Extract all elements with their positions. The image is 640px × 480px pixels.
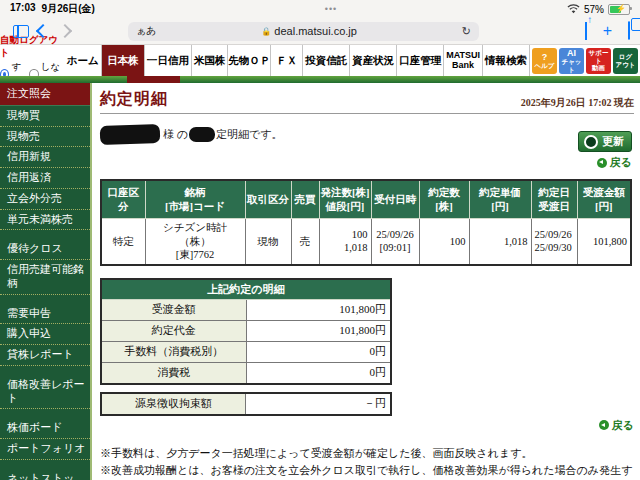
browser-toolbar: ぁあ 🔒 deal.matsui.co.jp ↻ + bbox=[0, 18, 640, 45]
multitask-dots: ••• bbox=[325, 4, 337, 14]
col-account-type: 口座区分 bbox=[101, 180, 145, 219]
cell-accepted-at: 25/09/26[09:01] bbox=[371, 219, 419, 265]
clock: 17:03 bbox=[10, 2, 36, 16]
sidebar-item-margin-repay[interactable]: 信用返済 bbox=[0, 168, 90, 189]
refresh-icon bbox=[584, 135, 598, 149]
cell-order-qty-price: 1001,018 bbox=[319, 219, 371, 265]
col-accepted-at: 受付日時 bbox=[371, 180, 419, 219]
owner-line-end: 定明細です。 bbox=[216, 127, 283, 142]
tab-asset-status[interactable]: 資産状況 bbox=[350, 45, 397, 76]
support-video-button[interactable]: サポート動画 bbox=[586, 48, 611, 74]
detail-label: 受渡金額 bbox=[101, 299, 246, 320]
battery-icon: ⚡ bbox=[608, 4, 630, 15]
execution-table: 口座区分 銘柄[市場]コード 取引区分 売買 発注数[株]値段[円] 受付日時 … bbox=[100, 179, 632, 266]
sidebar-item-margin-new[interactable]: 信用新規 bbox=[0, 147, 90, 168]
footnote-improvement: ※改善成功報酬とは、お客様の注文を立会外クロス取引で執行し、価格改善効果が得られ… bbox=[100, 462, 634, 480]
sidebar-item-short-sellable[interactable]: 信用売建可能銘柄 bbox=[0, 260, 90, 295]
tabs-icon[interactable] bbox=[628, 22, 630, 40]
table-row: 消費税 0円 bbox=[101, 362, 391, 384]
tab-futures-op[interactable]: 先物ＯＰ bbox=[228, 45, 271, 76]
tab-fx[interactable]: ＦＸ bbox=[271, 45, 303, 76]
sidebar-item-purchase-apply[interactable]: 購入申込 bbox=[0, 324, 90, 345]
withholding-value: －円 bbox=[246, 393, 392, 415]
table-row: 受渡金額 101,800円 bbox=[101, 299, 391, 320]
tab-japan-stocks[interactable]: 日本株 bbox=[102, 45, 145, 76]
ai-chat-button[interactable]: AIチャット bbox=[559, 48, 584, 74]
sidebar-item-portfolio[interactable]: ポートフォリオ bbox=[0, 439, 90, 460]
footnotes: ※手数料は、夕方データ一括処理によって受渡金額が確定した後、画面反映されます。 … bbox=[100, 445, 634, 480]
tab-account-mgmt[interactable]: 口座管理 bbox=[397, 45, 444, 76]
table-row: 特定 シチズン時計（株）[東]7762 現物 売 1001,018 25/09/… bbox=[101, 219, 631, 265]
logout-button[interactable]: ログアウト bbox=[613, 48, 638, 74]
sidebar-item-offhours-sale[interactable]: 立会外分売 bbox=[0, 189, 90, 210]
cell-issue: シチズン時計（株）[東]7762 bbox=[145, 219, 245, 265]
sidebar-item-order-inquiry[interactable]: 注文照会 bbox=[0, 83, 90, 106]
table-header-row: 口座区分 銘柄[市場]コード 取引区分 売買 発注数[株]値段[円] 受付日時 … bbox=[101, 180, 631, 219]
detail-value: 101,800円 bbox=[246, 299, 391, 320]
sidebar-item-yutai-cross[interactable]: 優待クロス bbox=[0, 239, 90, 260]
url-text: deal.matsui.co.jp bbox=[274, 25, 357, 37]
tab-us-stocks[interactable]: 米国株 bbox=[192, 45, 229, 76]
sidebar-item-cash-buy[interactable]: 現物買 bbox=[0, 106, 90, 127]
owner-line: 様 の 定明細です。 bbox=[100, 123, 634, 145]
detail-table-title: 上記約定の明細 bbox=[101, 279, 391, 300]
owner-line-mid: 様 の bbox=[163, 127, 188, 142]
screen: 17:03 9月26日(金) ••• 57% ⚡ ぁあ 🔒 deal.matsu… bbox=[0, 0, 640, 480]
col-trade-type: 取引区分 bbox=[245, 180, 291, 219]
sidebar-item-demand-declaration[interactable]: 需要申告 bbox=[0, 304, 90, 325]
lock-icon: 🔒 bbox=[261, 27, 271, 36]
col-executed-qty: 約定数[株] bbox=[419, 180, 469, 219]
address-bar[interactable]: ぁあ 🔒 deal.matsui.co.jp ↻ bbox=[128, 22, 479, 41]
sidebar: 注文照会 現物買 現物売 信用新規 信用返済 立会外分売 単元未満株売 優待クロ… bbox=[0, 83, 92, 480]
cell-account-type: 特定 bbox=[101, 219, 145, 265]
main-content: 約定明細 2025年9月26日 17:02 現在 様 の 定明細です。 更新 戻… bbox=[92, 83, 640, 480]
sidebar-item-stock-board[interactable]: 株価ボード bbox=[0, 418, 90, 439]
col-issue: 銘柄[市場]コード bbox=[145, 180, 245, 219]
back-link-bottom[interactable]: 戻る bbox=[100, 418, 634, 433]
redaction-mark bbox=[189, 127, 215, 142]
cell-exec-settle-date: 25/09/2625/09/30 bbox=[531, 219, 577, 265]
sidebar-item-netstock-highspeed[interactable]: ネットストック・ハイスピード bbox=[0, 469, 90, 480]
execution-detail-table: 上記約定の明細 受渡金額 101,800円 約定代金 101,800円 手数料（… bbox=[100, 278, 392, 385]
footnote-fee: ※手数料は、夕方データ一括処理によって受渡金額が確定した後、画面反映されます。 bbox=[100, 445, 634, 462]
col-order-qty-price: 発注数[株]値段[円] bbox=[319, 180, 371, 219]
sidebar-item-price-improvement-report[interactable]: 価格改善レポート bbox=[0, 375, 90, 410]
tab-mutual-funds[interactable]: 投資信託 bbox=[303, 45, 350, 76]
cell-executed-qty: 100 bbox=[419, 219, 469, 265]
detail-value: 0円 bbox=[246, 341, 391, 362]
cell-settlement-amount: 101,800 bbox=[577, 219, 631, 265]
back-arrow-icon bbox=[597, 158, 607, 168]
col-buy-sell: 売買 bbox=[291, 180, 319, 219]
help-button[interactable]: ?ヘルプ bbox=[532, 48, 557, 74]
share-icon[interactable] bbox=[585, 22, 587, 40]
tab-day-margin[interactable]: 一日信用 bbox=[145, 45, 192, 76]
sidebar-item-odd-lot-sell[interactable]: 単元未満株売 bbox=[0, 210, 90, 231]
reader-options-button[interactable]: ぁあ bbox=[136, 24, 156, 38]
new-tab-icon[interactable]: + bbox=[603, 23, 612, 39]
tab-info-search[interactable]: 情報検索 bbox=[483, 45, 530, 76]
page-title: 約定明細 bbox=[100, 89, 168, 110]
back-arrow-icon bbox=[599, 420, 609, 430]
cell-trade-type: 現物 bbox=[245, 219, 291, 265]
table-row: 手数料（消費税別） 0円 bbox=[101, 341, 391, 362]
site-nav: 自動ログアウト する しない ホーム 日本株 一日信用 米国株 先物ＯＰ ＦＸ … bbox=[0, 45, 640, 76]
detail-label: 消費税 bbox=[101, 362, 246, 384]
redaction-mark bbox=[100, 123, 161, 144]
active-tab-marker bbox=[127, 76, 180, 83]
cell-buy-sell: 売 bbox=[291, 219, 319, 265]
tab-matsui-bank[interactable]: MATSUIBank bbox=[444, 45, 483, 76]
back-link-top[interactable]: 戻る bbox=[597, 155, 632, 170]
auto-logout-control: 自動ログアウト する しない bbox=[0, 45, 65, 76]
sidebar-item-stock-lending-report[interactable]: 貸株レポート bbox=[0, 345, 90, 366]
as-of-timestamp: 2025年9月26日 17:02 現在 bbox=[521, 96, 634, 110]
status-date: 9月26日(金) bbox=[42, 2, 95, 16]
reload-icon[interactable]: ↻ bbox=[462, 25, 471, 38]
withholding-label: 源泉徴収拘束額 bbox=[101, 393, 246, 415]
update-button[interactable]: 更新 bbox=[578, 131, 632, 152]
detail-label: 約定代金 bbox=[101, 320, 246, 341]
detail-value: 0円 bbox=[246, 362, 391, 384]
tab-home[interactable]: ホーム bbox=[65, 45, 102, 76]
table-row: 源泉徴収拘束額 －円 bbox=[101, 393, 391, 415]
sidebar-item-cash-sell[interactable]: 現物売 bbox=[0, 127, 90, 148]
nav-underline-strip bbox=[0, 76, 640, 83]
